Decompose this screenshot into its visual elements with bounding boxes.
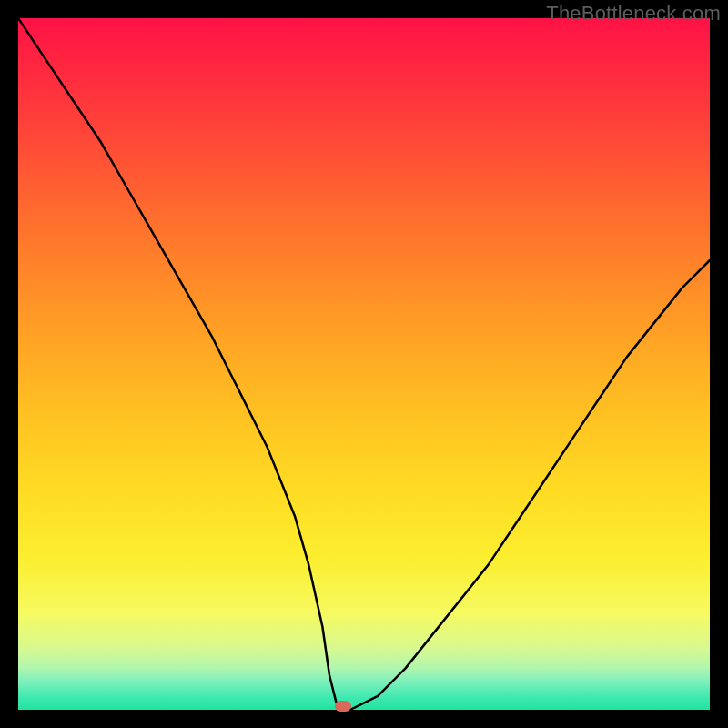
bottleneck-curve	[18, 18, 710, 710]
chart-frame: TheBottleneck.com	[0, 0, 728, 728]
optimal-point-marker	[335, 701, 351, 712]
plot-area	[18, 18, 710, 710]
watermark-text: TheBottleneck.com	[546, 2, 721, 25]
